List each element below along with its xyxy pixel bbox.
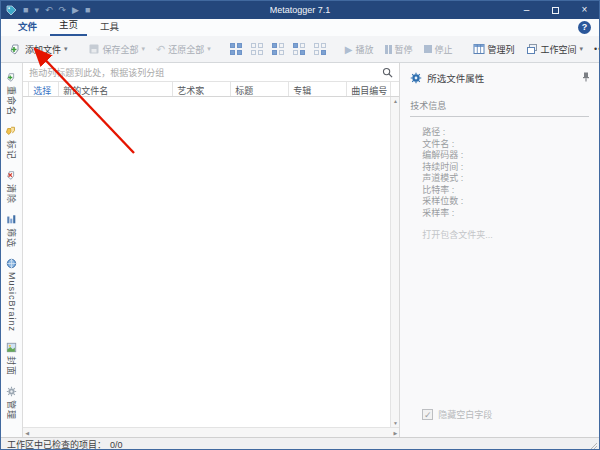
sidebar-item-rename[interactable]: 重命名 [5,67,18,121]
tab-tools[interactable]: 工具 [91,17,128,36]
play-button[interactable]: ▶ 播放 [341,40,378,59]
tags-icon [6,126,17,137]
grid-cell [272,43,277,48]
grid-cell [272,50,277,55]
resize-grip[interactable] [589,441,598,450]
save-all-label: 保存全部 [103,43,139,56]
pin-panel-button[interactable] [582,72,590,82]
search-icon[interactable] [382,67,393,78]
musicbrainz-globe-icon [6,258,17,269]
close-button[interactable]: × [570,1,599,19]
field-bitrate: 比特率 : [410,185,589,197]
column-header-select[interactable]: 选择 [29,82,59,96]
vertical-scrollbar[interactable]: ▲ ▼ [390,97,399,427]
sidebar-item-musicbrainz[interactable]: MusicBrainz [6,253,17,337]
grid-cell [251,43,256,48]
hide-empty-fields-row: ✓ 隐藏空白字段 [422,408,492,421]
app-logo-icon [6,5,17,16]
field-bit-depth: 采样位数 : [410,196,589,208]
sidebar-item-label: 重命名 [5,86,18,116]
field-duration: 持续时间 : [410,162,589,174]
column-header-track-number[interactable]: 曲目编号 [347,82,391,96]
stop-button[interactable]: 停止 [420,40,457,59]
grid-cell [258,50,263,55]
sidebar-item-label: 标记 [5,140,18,160]
save-all-button[interactable]: 保存全部 ▾ [84,40,150,59]
scroll-right-icon[interactable]: ▶ [394,430,398,436]
technical-info-section-title: 技术信息 [410,99,589,112]
grid-cell [279,43,284,48]
open-containing-folder-link[interactable]: 打开包含文件夹... [410,228,589,241]
workspace-button[interactable]: 工作空间 ▾ [522,40,588,59]
field-channel-mode: 声道模式 : [410,173,589,185]
properties-panel-title: 所选文件属性 [427,71,484,85]
add-files-dropdown-icon[interactable]: ▾ [64,45,68,53]
scroll-left-icon[interactable]: ◀ [25,430,29,436]
file-rows-empty[interactable] [23,97,390,427]
manage-columns-label: 管理列 [488,43,515,56]
select-unchecked-button[interactable] [311,40,329,58]
sidebar-item-clean[interactable]: 清除 [5,165,18,209]
help-button[interactable]: ? [578,21,591,34]
select-none-button[interactable] [248,40,266,58]
manage-columns-icon [473,43,485,55]
filter-icon [6,214,17,225]
restore-all-label: 还原全部 [168,43,204,56]
manage-columns-button[interactable]: 管理列 [469,40,519,59]
column-header-artist[interactable]: 艺术家 [173,82,231,96]
column-header-filler [391,82,399,96]
scroll-down-icon[interactable]: ▼ [393,420,398,426]
pause-button[interactable]: 暂停 [381,40,417,59]
grid-cell [300,50,305,55]
more-icon: ••• [594,44,600,54]
restore-all-button[interactable]: ↶ 还原全部 ▾ [152,40,215,59]
grid-cell [314,50,319,55]
stop-icon [424,45,432,53]
horizontal-scrollbar[interactable]: ◀ ▶ [23,427,399,437]
restore-all-dropdown-icon[interactable]: ▾ [207,45,211,53]
scroll-up-icon[interactable]: ▲ [393,98,398,104]
sidebar-item-label: 清除 [5,184,18,204]
group-by-placeholder: 拖动列标题到此处，根据该列分组 [29,66,382,79]
status-checked-items-label: 工作区中已检查的项目： [7,438,106,450]
add-file-tag-icon [9,43,22,56]
grid-cell [293,43,298,48]
grid-cell [251,50,256,55]
column-header-new-filename[interactable]: 新的文件名 [59,82,173,96]
add-files-button[interactable]: 添加文件 ▾ [5,40,72,59]
invert-selection-button[interactable] [269,40,287,58]
hide-empty-fields-checkbox[interactable]: ✓ [422,409,433,420]
workspace-dropdown-icon[interactable]: ▾ [580,45,584,53]
grid-cell [293,50,298,55]
play-icon: ▶ [345,44,353,55]
sidebar-item-tag[interactable]: 标记 [5,121,18,165]
minimize-button[interactable]: – [512,1,541,19]
column-header-album[interactable]: 专辑 [289,82,347,96]
sidebar-item-label: 封面 [5,356,18,376]
grid-cell [321,50,326,55]
selected-file-properties-panel: 所选文件属性 技术信息 路径 : 文件名 : 编解码器 : 持续时间 : 声道模… [399,63,599,437]
more-commands-button[interactable]: ••• [590,41,600,57]
sidebar-item-cover[interactable]: 封面 [5,337,18,381]
grid-cell [314,43,319,48]
play-label: 播放 [356,43,374,56]
maximize-icon [552,7,559,14]
sidebar-item-filter[interactable]: 筛选 [5,209,18,253]
table-body: ▲ ▼ [23,97,399,427]
ribbon-tab-row: 文件 主页 工具 ? [1,19,599,36]
maximize-button[interactable] [541,1,570,19]
sidebar-item-manage[interactable]: 管理 [5,381,18,425]
tab-file[interactable]: 文件 [9,17,46,36]
sidebar-item-label: 筛选 [5,228,18,248]
grid-cell [230,43,235,48]
tab-home[interactable]: 主页 [50,15,87,36]
select-all-button[interactable] [227,40,245,58]
column-header-title[interactable]: 标题 [231,82,289,96]
group-by-bar[interactable]: 拖动列标题到此处，根据该列分组 [23,63,399,82]
section-divider [410,116,589,117]
select-checked-button[interactable] [290,40,308,58]
save-all-dropdown-icon[interactable]: ▾ [142,45,146,53]
metatogger-window: { "colors": { "titlebar": "#24477C", "ac… [0,0,600,450]
properties-gear-icon [410,72,422,84]
tag-remove-icon [6,170,17,181]
